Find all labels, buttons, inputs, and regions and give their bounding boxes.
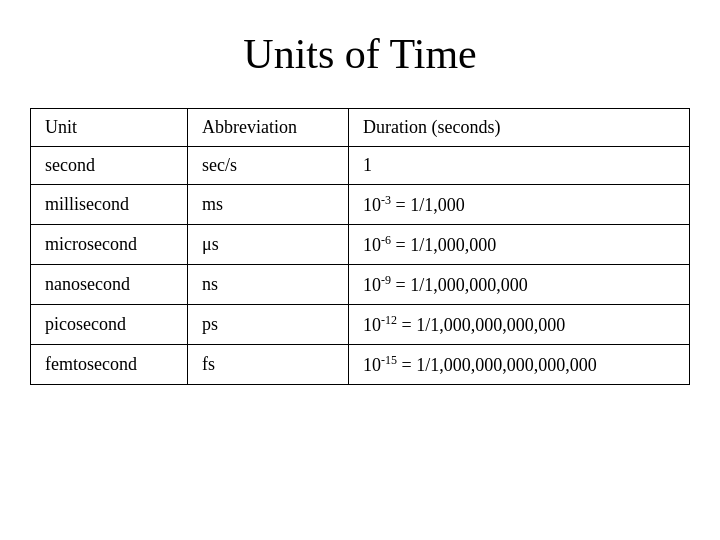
cell-abbreviation: μs	[188, 225, 349, 265]
cell-duration: 10-12 = 1/1,000,000,000,000	[348, 305, 689, 345]
table-row: femtosecond fs 10-15 = 1/1,000,000,000,0…	[31, 345, 690, 385]
table-row: picosecond ps 10-12 = 1/1,000,000,000,00…	[31, 305, 690, 345]
cell-duration: 10-15 = 1/1,000,000,000,000,000	[348, 345, 689, 385]
header-abbreviation: Abbreviation	[188, 109, 349, 147]
cell-abbreviation: sec/s	[188, 147, 349, 185]
cell-unit: millisecond	[31, 185, 188, 225]
header-unit: Unit	[31, 109, 188, 147]
units-table: Unit Abbreviation Duration (seconds) sec…	[30, 108, 690, 385]
table-row: nanosecond ns 10-9 = 1/1,000,000,000	[31, 265, 690, 305]
cell-abbreviation: ms	[188, 185, 349, 225]
page-title: Units of Time	[243, 30, 476, 78]
cell-unit: microsecond	[31, 225, 188, 265]
table-row: millisecond ms 10-3 = 1/1,000	[31, 185, 690, 225]
cell-abbreviation: fs	[188, 345, 349, 385]
cell-duration: 10-3 = 1/1,000	[348, 185, 689, 225]
table-row: second sec/s 1	[31, 147, 690, 185]
header-duration: Duration (seconds)	[348, 109, 689, 147]
table-header-row: Unit Abbreviation Duration (seconds)	[31, 109, 690, 147]
cell-duration: 10-9 = 1/1,000,000,000	[348, 265, 689, 305]
table-row: microsecond μs 10-6 = 1/1,000,000	[31, 225, 690, 265]
cell-abbreviation: ns	[188, 265, 349, 305]
cell-duration: 10-6 = 1/1,000,000	[348, 225, 689, 265]
cell-unit: second	[31, 147, 188, 185]
cell-abbreviation: ps	[188, 305, 349, 345]
cell-unit: nanosecond	[31, 265, 188, 305]
cell-unit: femtosecond	[31, 345, 188, 385]
cell-duration: 1	[348, 147, 689, 185]
cell-unit: picosecond	[31, 305, 188, 345]
